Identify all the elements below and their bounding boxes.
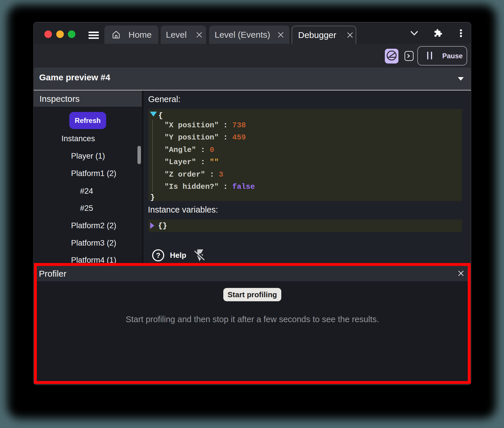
svg-text:?: ?	[156, 251, 160, 259]
